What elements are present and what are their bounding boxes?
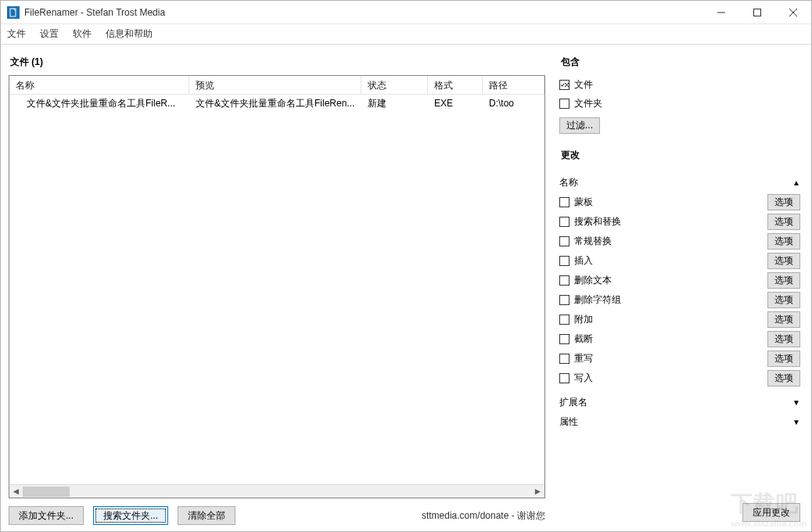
- file-grid: 名称 预览 状态 格式 路径 文件&文件夹批量重命名工具FileR... 文件&…: [9, 75, 545, 498]
- menu-settings[interactable]: 设置: [40, 27, 59, 41]
- group-name-header[interactable]: 名称 ▲: [559, 176, 800, 189]
- option-label: 附加: [574, 313, 593, 326]
- option-checkbox[interactable]: [559, 315, 569, 325]
- option-label: 删除字符组: [574, 293, 621, 307]
- horizontal-scrollbar[interactable]: ◄ ►: [9, 484, 544, 498]
- apply-changes-button[interactable]: 应用更改: [742, 503, 800, 522]
- scroll-thumb[interactable]: [23, 487, 70, 497]
- option-checkbox[interactable]: [559, 256, 569, 266]
- option-label: 常规替换: [574, 235, 612, 248]
- cell-name: 文件&文件夹批量重命名工具FileR...: [9, 95, 189, 112]
- option-label: 删除文本: [574, 274, 612, 287]
- bottom-bar: 添加文件夹... 搜索文件夹... 清除全部 sttmedia.com/dona…: [9, 498, 545, 525]
- grid-body[interactable]: 文件&文件夹批量重命名工具FileR... 文件&文件夹批量重命名工具FileR…: [9, 95, 544, 484]
- cell-preview: 文件&文件夹批量重命名工具FileRen...: [189, 95, 361, 112]
- option-label: 蒙板: [574, 196, 593, 209]
- group-ext-label: 扩展名: [559, 396, 587, 409]
- scroll-right-icon[interactable]: ►: [531, 485, 544, 498]
- option-row: 截断选项: [559, 329, 800, 349]
- include-folders-label: 文件夹: [574, 97, 602, 110]
- option-settings-button[interactable]: 选项: [767, 370, 800, 386]
- close-button[interactable]: [775, 1, 811, 24]
- caret-down-icon: ▼: [792, 398, 800, 407]
- include-files-row[interactable]: 文件: [559, 75, 800, 94]
- window-controls: [703, 1, 811, 24]
- clear-all-button[interactable]: 清除全部: [178, 506, 235, 525]
- scroll-left-icon[interactable]: ◄: [9, 485, 23, 498]
- files-heading: 文件 (1): [10, 56, 545, 69]
- table-row[interactable]: 文件&文件夹批量重命名工具FileR... 文件&文件夹批量重命名工具FileR…: [9, 95, 544, 112]
- option-row: 删除文本选项: [559, 271, 800, 290]
- option-row: 搜索和替换选项: [559, 212, 800, 232]
- group-attr-label: 属性: [559, 415, 578, 429]
- option-checkbox[interactable]: [559, 295, 569, 305]
- option-settings-button[interactable]: 选项: [767, 350, 800, 367]
- col-header-path[interactable]: 路径: [483, 76, 544, 95]
- left-pane: 文件 (1) 名称 预览 状态 格式 路径 文件&文件夹批量重命名工具FileR…: [1, 45, 553, 531]
- option-checkbox[interactable]: [559, 236, 569, 246]
- option-checkbox[interactable]: [559, 275, 569, 286]
- option-row: 重写选项: [559, 349, 800, 368]
- menubar: 文件 设置 软件 信息和帮助: [1, 24, 811, 45]
- include-files-checkbox[interactable]: [559, 80, 569, 90]
- col-header-status[interactable]: 状态: [361, 76, 428, 95]
- col-header-name[interactable]: 名称: [9, 76, 189, 95]
- include-heading: 包含: [561, 56, 800, 69]
- menu-software[interactable]: 软件: [73, 27, 92, 41]
- app-icon: [7, 6, 20, 19]
- option-checkbox[interactable]: [559, 354, 569, 364]
- grid-header: 名称 预览 状态 格式 路径: [9, 76, 544, 95]
- option-settings-button[interactable]: 选项: [767, 233, 800, 250]
- group-attr-header[interactable]: 属性 ▼: [559, 415, 800, 429]
- search-folder-button[interactable]: 搜索文件夹...: [93, 506, 168, 525]
- svg-rect-1: [754, 9, 761, 16]
- option-row: 插入选项: [559, 251, 800, 271]
- option-settings-button[interactable]: 选项: [767, 194, 800, 210]
- option-row: 蒙板选项: [559, 192, 800, 212]
- minimize-button[interactable]: [703, 1, 739, 24]
- option-settings-button[interactable]: 选项: [767, 253, 800, 269]
- cell-path: D:\too: [483, 96, 544, 110]
- caret-up-icon: ▲: [792, 178, 800, 187]
- option-label: 截断: [574, 332, 593, 346]
- scroll-track[interactable]: [23, 485, 531, 498]
- col-header-format[interactable]: 格式: [428, 76, 483, 95]
- option-label: 插入: [574, 254, 593, 268]
- menu-file[interactable]: 文件: [7, 27, 26, 41]
- option-settings-button[interactable]: 选项: [767, 311, 800, 328]
- donate-text: sttmedia.com/donate - 谢谢您: [422, 509, 545, 523]
- option-settings-button[interactable]: 选项: [767, 272, 800, 289]
- option-label: 重写: [574, 352, 593, 365]
- cell-format: EXE: [428, 96, 483, 110]
- option-row: 附加选项: [559, 310, 800, 329]
- include-files-label: 文件: [574, 78, 593, 92]
- option-row: 写入选项: [559, 368, 800, 388]
- option-settings-button[interactable]: 选项: [767, 214, 800, 230]
- menu-help[interactable]: 信息和帮助: [106, 27, 153, 41]
- option-label: 搜索和替换: [574, 215, 621, 228]
- group-name-label: 名称: [559, 176, 578, 189]
- option-checkbox[interactable]: [559, 197, 569, 207]
- add-folder-button[interactable]: 添加文件夹...: [9, 506, 84, 525]
- cell-status: 新建: [361, 95, 428, 112]
- include-folders-checkbox[interactable]: [559, 99, 569, 109]
- include-folders-row[interactable]: 文件夹: [559, 94, 800, 113]
- changes-heading: 更改: [561, 149, 800, 162]
- maximize-button[interactable]: [739, 1, 775, 24]
- option-label: 写入: [574, 372, 593, 385]
- option-row: 删除字符组选项: [559, 290, 800, 310]
- filter-button[interactable]: 过滤...: [559, 117, 600, 134]
- right-pane: 包含 文件 文件夹 过滤... 更改 名称 ▲ 蒙板选项搜索和替换选项常规替换选…: [553, 45, 811, 531]
- titlebar: FileRenamer - Stefan Trost Media: [1, 1, 811, 24]
- window-title: FileRenamer - Stefan Trost Media: [24, 7, 165, 18]
- option-checkbox[interactable]: [559, 217, 569, 227]
- option-row: 常规替换选项: [559, 232, 800, 251]
- col-header-preview[interactable]: 预览: [189, 76, 361, 95]
- option-settings-button[interactable]: 选项: [767, 292, 800, 308]
- group-ext-header[interactable]: 扩展名 ▼: [559, 396, 800, 409]
- option-checkbox[interactable]: [559, 373, 569, 383]
- option-settings-button[interactable]: 选项: [767, 331, 800, 347]
- caret-down-icon: ▼: [792, 418, 800, 426]
- option-checkbox[interactable]: [559, 334, 569, 344]
